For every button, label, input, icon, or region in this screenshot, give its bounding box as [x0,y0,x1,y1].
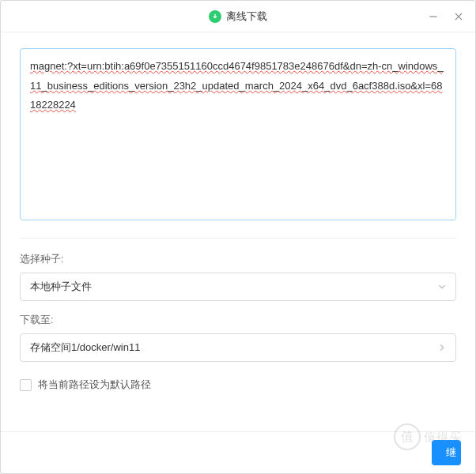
download-icon [209,10,221,23]
offline-download-dialog: 离线下载 选择种子: 本地种子文件 下载至: 存储空间1/docker/win1… [0,0,476,474]
close-button[interactable] [451,9,466,24]
minimize-button[interactable] [426,9,440,24]
dialog-body: 选择种子: 本地种子文件 下载至: 存储空间1/docker/win11 将当前… [1,32,475,431]
seed-value: 本地种子文件 [30,280,92,294]
dialog-footer: 继 [1,431,475,473]
destination-value: 存储空间1/docker/win11 [30,340,140,355]
chevron-right-icon [436,342,448,353]
divider [20,238,456,239]
dialog-title: 离线下载 [226,9,267,24]
seed-selector[interactable]: 本地种子文件 [20,273,456,301]
destination-selector[interactable]: 存储空间1/docker/win11 [20,333,456,362]
titlebar: 离线下载 [1,1,475,32]
default-path-checkbox[interactable] [20,379,32,391]
seed-label: 选择种子: [20,253,456,266]
chevron-down-icon [436,281,448,292]
magnet-url-input[interactable] [20,48,456,220]
submit-button[interactable]: 继 [432,440,461,465]
default-path-label: 将当前路径设为默认路径 [38,378,151,392]
window-controls [426,9,466,24]
title-center: 离线下载 [1,9,475,24]
default-path-row: 将当前路径设为默认路径 [20,378,456,392]
destination-label: 下载至: [20,314,456,327]
